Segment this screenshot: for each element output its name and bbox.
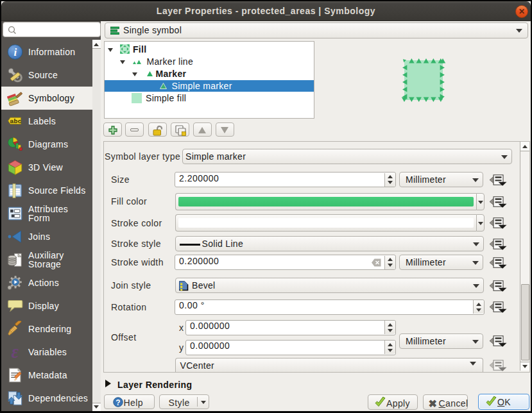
svg-text:ε: ε (12, 344, 19, 360)
svg-text:i: i (14, 46, 17, 58)
svg-text:?: ? (116, 398, 120, 407)
svg-text:abc: abc (10, 117, 22, 124)
